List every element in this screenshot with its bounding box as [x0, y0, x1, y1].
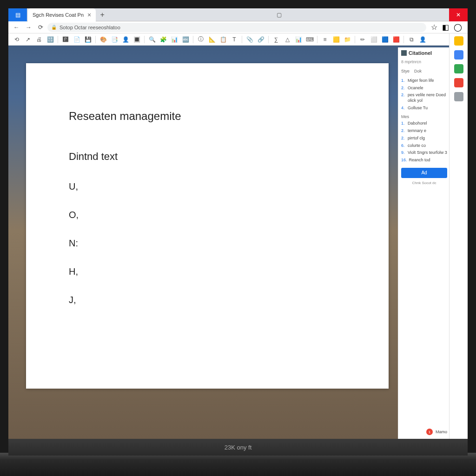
doc-body-line[interactable]: H,: [69, 266, 346, 277]
doc-heading-2[interactable]: Dintnd text: [69, 151, 346, 163]
panel-tab-dok[interactable]: Dok: [414, 69, 422, 73]
status-bar: 23K ony ft: [8, 439, 468, 456]
panel-icon: [401, 50, 407, 56]
toolbar-button[interactable]: ⬜: [370, 36, 377, 43]
citation-text: temnary e: [408, 128, 426, 134]
toolbar-separator: [355, 36, 355, 43]
close-tab-icon[interactable]: ×: [87, 11, 91, 19]
lock-icon: 🔒: [51, 25, 57, 30]
doc-body-line[interactable]: U,: [69, 181, 346, 192]
toolbar-button[interactable]: 📊: [295, 36, 302, 43]
document-page[interactable]: Reseaten managemite Dintnd text U,O,N:H,…: [26, 63, 389, 389]
side-app-icon[interactable]: [454, 50, 463, 60]
extension-icon[interactable]: ◧: [442, 23, 449, 32]
profile-icon[interactable]: ◯: [454, 23, 462, 32]
add-citation-button[interactable]: Ad: [401, 168, 447, 178]
citation-item[interactable]: 2.temnary e: [401, 128, 447, 134]
citation-item[interactable]: 1.Miger feon life: [401, 78, 447, 84]
citation-text: Miger feon life: [408, 78, 434, 84]
panel-tab-style[interactable]: Stye: [401, 69, 410, 73]
toolbar-button[interactable]: 👤: [419, 36, 426, 43]
citation-item[interactable]: 16.Reanch tod: [401, 158, 447, 163]
toolbar-separator: [193, 36, 193, 43]
reload-button[interactable]: ⟳: [35, 22, 46, 33]
citation-item[interactable]: 9.Violt Sngrs teurfolw 3: [401, 150, 447, 156]
panel-title: Citationel: [409, 50, 432, 56]
citation-number: 2.: [401, 136, 406, 141]
notification-label: Mamo: [436, 430, 447, 434]
toolbar-button[interactable]: 🟦: [381, 36, 389, 43]
window-minimize-icon[interactable]: ▢: [270, 8, 288, 21]
toolbar-button[interactable]: 📄: [73, 36, 80, 43]
citation-text: Golluse Tu: [408, 106, 428, 111]
citation-number: 1.: [401, 78, 406, 84]
new-tab-button[interactable]: +: [96, 8, 109, 21]
panel-notification[interactable]: 1 Mamo: [426, 429, 447, 435]
toolbar-button[interactable]: 📎: [246, 36, 253, 43]
toolbar-button[interactable]: 🔳: [133, 36, 140, 43]
window-close-icon[interactable]: ✕: [449, 8, 468, 21]
toolbar-button[interactable]: 🖨: [35, 36, 43, 43]
citation-item[interactable]: 2.pirrtof clg: [401, 136, 447, 141]
address-bar-row: ← → ⟳ 🔒 Sotop Octar reeseoshlatoo ☆ ◧ ◯: [8, 21, 468, 33]
citation-text: Ocanele: [408, 86, 423, 91]
toolbar-button[interactable]: 🔠: [46, 36, 54, 43]
side-icon-strip: [449, 33, 468, 439]
toolbar-button[interactable]: 🅿: [62, 36, 69, 43]
toolbar-button[interactable]: 🎨: [99, 36, 107, 43]
citation-item[interactable]: 1.Dabohorel: [401, 121, 447, 126]
doc-body-line[interactable]: J,: [69, 295, 346, 305]
toolbar-button[interactable]: 💾: [84, 36, 92, 43]
toolbar-button[interactable]: ⧉: [408, 36, 415, 43]
toolbar-button[interactable]: 🟥: [392, 36, 400, 43]
forward-button[interactable]: →: [23, 22, 33, 33]
citation-item[interactable]: 6.colurte co: [401, 143, 447, 149]
status-text: 23K ony ft: [225, 444, 252, 451]
side-app-icon[interactable]: [454, 78, 463, 87]
address-input[interactable]: 🔒 Sotop Octar reeseoshlatoo: [47, 23, 426, 32]
toolbar-separator: [268, 36, 269, 43]
toolbar-button[interactable]: 👤: [122, 36, 129, 43]
toolbar-button[interactable]: 📊: [171, 36, 178, 43]
citation-text: colurte co: [408, 143, 426, 149]
window-control-menu[interactable]: ▤: [8, 8, 27, 21]
toolbar-button[interactable]: 🔍: [148, 36, 156, 43]
citation-text: Reanch tod: [409, 158, 430, 163]
toolbar-button[interactable]: ⌨: [306, 36, 313, 43]
toolbar-button[interactable]: 📑: [111, 36, 118, 43]
side-app-icon[interactable]: [454, 36, 463, 46]
document-canvas: Reseaten managemite Dintnd text U,O,N:H,…: [8, 46, 398, 453]
toolbar-button[interactable]: ⓘ: [197, 36, 205, 43]
doc-body-line[interactable]: O,: [69, 210, 346, 220]
toolbar-button[interactable]: ✏: [359, 36, 366, 43]
toolbar-button[interactable]: 🧩: [159, 36, 167, 43]
docs-toolbar: ⟲↗🖨🔠🅿📄💾🎨📑👤🔳🔍🧩📊🔤ⓘ📐📋T📎🔗∑△📊⌨≡🟨📁✏⬜🟦🟥⧉👤: [8, 33, 468, 46]
back-button[interactable]: ←: [11, 22, 21, 33]
screen-background: ▤ Sgch Revises Coat Pn × + ▢ ✕ ← → ⟳ 🔒 S…: [8, 8, 468, 453]
side-app-icon[interactable]: [454, 64, 463, 73]
toolbar-button[interactable]: 📋: [219, 36, 227, 43]
toolbar-button[interactable]: ∑: [272, 36, 280, 43]
toolbar-button[interactable]: 📐: [208, 36, 216, 43]
toolbar-button[interactable]: 🔗: [257, 36, 264, 43]
citation-text: pes velile nere Doed olick yol: [408, 93, 447, 103]
citation-item[interactable]: 4.Golluse Tu: [401, 106, 447, 111]
toolbar-button[interactable]: ↗: [24, 36, 32, 43]
browser-tab-strip: ▤ Sgch Revises Coat Pn × + ▢ ✕: [8, 8, 468, 21]
citation-number: 2.: [401, 128, 406, 134]
toolbar-button[interactable]: △: [284, 36, 291, 43]
citation-item[interactable]: 2.Ocanele: [401, 86, 447, 91]
toolbar-button[interactable]: ≡: [321, 36, 329, 43]
doc-heading-1[interactable]: Reseaten managemite: [69, 110, 346, 123]
toolbar-button[interactable]: 🔤: [182, 36, 189, 43]
side-app-icon[interactable]: [454, 92, 463, 101]
toolbar-button[interactable]: 📁: [344, 36, 351, 43]
toolbar-button[interactable]: ⟲: [13, 36, 20, 43]
panel-header: Citationel: [401, 50, 447, 56]
toolbar-button[interactable]: T: [231, 36, 238, 43]
browser-tab[interactable]: Sgch Revises Coat Pn ×: [28, 8, 96, 21]
doc-body-line[interactable]: N:: [69, 238, 346, 249]
star-icon[interactable]: ☆: [431, 23, 437, 32]
toolbar-button[interactable]: 🟨: [332, 36, 340, 43]
citation-item[interactable]: 2.pes velile nere Doed olick yol: [401, 93, 447, 103]
